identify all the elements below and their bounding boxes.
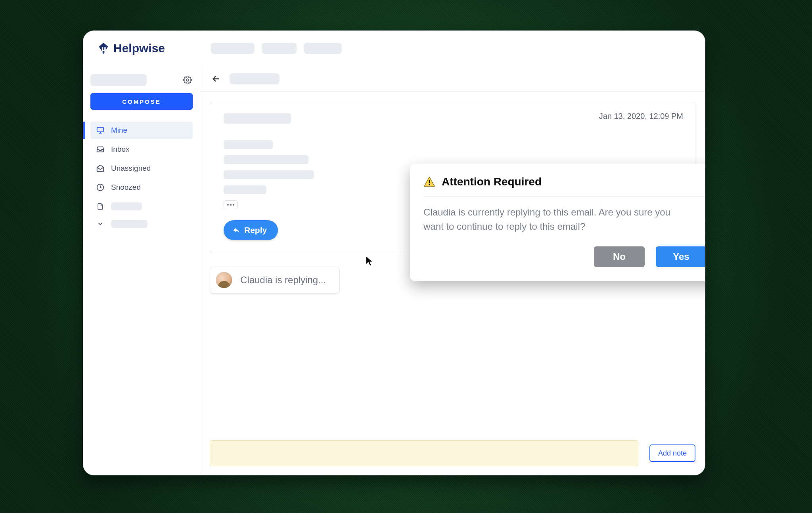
- sidebar-item-mine[interactable]: Mine: [90, 122, 193, 139]
- typing-text: Claudia is replying...: [240, 275, 326, 286]
- email-date: Jan 13, 2020, 12:09 PM: [599, 112, 683, 121]
- sidebar: COMPOSE Mine Inbox: [83, 66, 200, 475]
- main-toolbar: [200, 66, 705, 92]
- add-note-button[interactable]: Add note: [649, 444, 695, 462]
- chevron-down-icon: [96, 219, 105, 228]
- main-pane: Jan 13, 2020, 12:09 PM Reply Cl: [200, 66, 705, 475]
- email-content-area: Jan 13, 2020, 12:09 PM Reply Cl: [200, 92, 705, 475]
- sidebar-item-snoozed[interactable]: Snoozed: [90, 179, 193, 196]
- placeholder: [211, 43, 255, 54]
- email-more-button[interactable]: [224, 200, 238, 209]
- app-window: Helpwise COMPOSE: [83, 31, 705, 475]
- placeholder: [230, 73, 280, 84]
- placeholder: [224, 170, 314, 179]
- reply-arrow-icon: [232, 226, 240, 234]
- svg-point-0: [186, 79, 189, 81]
- svg-point-4: [429, 184, 430, 185]
- reply-button-label: Reply: [244, 225, 267, 235]
- placeholder: [111, 202, 142, 210]
- reply-button[interactable]: Reply: [224, 220, 278, 240]
- sidebar-header: [90, 74, 193, 86]
- placeholder: [224, 155, 308, 164]
- placeholder: [111, 220, 147, 228]
- compose-button[interactable]: COMPOSE: [90, 93, 193, 110]
- placeholder: [224, 113, 291, 124]
- placeholder: [224, 185, 266, 194]
- dialog-body: Claudia is currently replying to this em…: [423, 205, 677, 234]
- sidebar-item-label: Snoozed: [111, 183, 141, 192]
- svg-rect-1: [97, 128, 104, 132]
- note-row: Add note: [210, 440, 695, 466]
- note-input[interactable]: [210, 440, 638, 466]
- warning-icon: [423, 176, 435, 187]
- sidebar-item-unassigned[interactable]: Unassigned: [90, 160, 193, 177]
- topbar: Helpwise: [83, 31, 705, 66]
- sidebar-nav: Mine Inbox Unassigned: [90, 122, 193, 231]
- brand-logo: Helpwise: [97, 42, 165, 55]
- clock-icon: [96, 183, 105, 192]
- mail-open-icon: [96, 164, 105, 173]
- sidebar-item-placeholder-2[interactable]: [90, 217, 193, 231]
- sidebar-item-label: Mine: [111, 126, 127, 135]
- sidebar-item-placeholder-1[interactable]: [90, 198, 193, 215]
- placeholder: [304, 43, 342, 54]
- svg-rect-3: [429, 180, 430, 183]
- sidebar-item-label: Unassigned: [111, 164, 151, 173]
- settings-gear-icon[interactable]: [182, 75, 193, 85]
- file-icon: [96, 202, 105, 211]
- monitor-icon: [96, 126, 105, 135]
- inbox-icon: [96, 145, 105, 154]
- attention-dialog: Attention Required Claudia is currently …: [410, 164, 705, 281]
- helpwise-logo-icon: [97, 42, 110, 55]
- dialog-actions: No Yes: [423, 246, 705, 267]
- dialog-no-button[interactable]: No: [594, 246, 645, 267]
- dialog-title-row: Attention Required: [423, 175, 705, 196]
- typing-indicator: Claudia is replying...: [210, 267, 340, 294]
- brand-name: Helpwise: [113, 42, 165, 55]
- sidebar-item-inbox[interactable]: Inbox: [90, 141, 193, 158]
- dialog-yes-button[interactable]: Yes: [656, 246, 705, 267]
- placeholder: [90, 74, 147, 86]
- topbar-nav-placeholder: [211, 43, 342, 54]
- placeholder: [262, 43, 297, 54]
- avatar: [216, 272, 232, 288]
- sidebar-item-label: Inbox: [111, 145, 129, 154]
- placeholder: [224, 140, 273, 149]
- dialog-title: Attention Required: [442, 175, 542, 188]
- back-arrow-icon[interactable]: [211, 73, 222, 84]
